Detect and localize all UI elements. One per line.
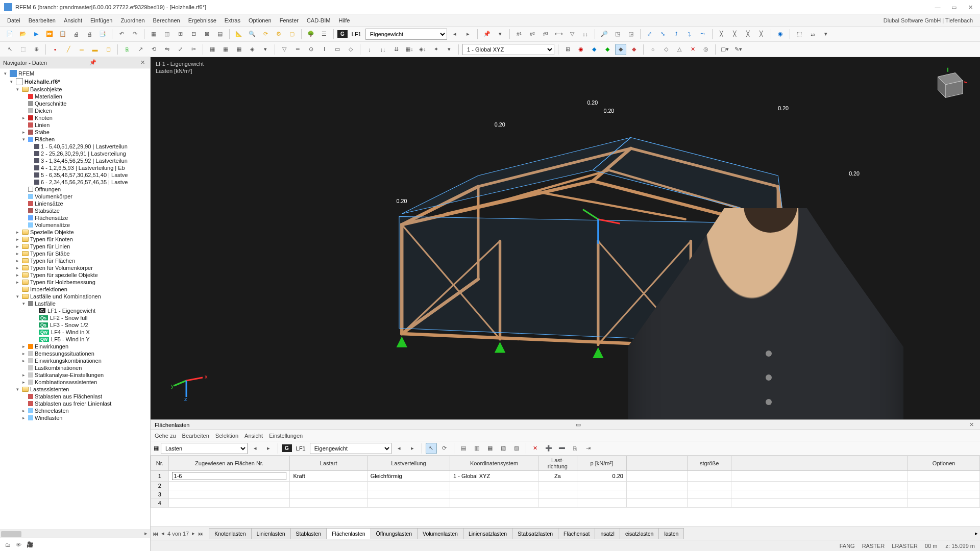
wp-6-icon[interactable]: ◆ [628, 44, 640, 55]
tree-liniensaetze[interactable]: Liniensätze [35, 201, 63, 207]
hinge-icon[interactable]: ⊙ [305, 44, 316, 55]
wp-4-icon[interactable]: ◆ [602, 44, 613, 55]
snap-2-icon[interactable]: ◇ [660, 44, 672, 55]
cell-dir[interactable]: Za [538, 471, 577, 482]
view-3-icon[interactable]: ⊞ [175, 29, 186, 40]
tab-volumenlasten[interactable]: Volumenlasten [417, 528, 463, 539]
maximize-button[interactable]: ▭ [950, 4, 958, 11]
col-size[interactable]: stgröße [687, 456, 731, 471]
tm-settings[interactable]: Einstellungen [269, 433, 303, 439]
tab-linienlasten[interactable]: Linienlasten [251, 528, 291, 539]
mesh-3-icon[interactable]: ╳ [743, 29, 754, 40]
tab-eisatzlasten[interactable]: eisatzlasten [620, 528, 659, 539]
numbering-2-icon[interactable]: #² [527, 29, 538, 40]
tree-imperfektionen[interactable]: Imperfektionen [30, 286, 67, 292]
menu-bearbeiten[interactable]: Bearbeiten [24, 16, 60, 25]
tbl-pick-icon[interactable]: ↖ [426, 443, 437, 454]
load-more-icon[interactable]: ▾ [444, 44, 455, 55]
member-icon[interactable]: ═ [76, 44, 87, 55]
layers-icon[interactable]: ☰ [318, 29, 330, 40]
tabs-scroll-right-icon[interactable]: ▸ [975, 530, 978, 537]
load-s-icon[interactable]: ▦↓ [404, 44, 415, 55]
beam-icon[interactable]: ━ [292, 44, 303, 55]
table-grid[interactable]: Nr. Zugewiesen an Flächen Nr. Lastart La… [151, 456, 980, 527]
tbl-lf-select[interactable]: Eigengewicht [310, 443, 391, 454]
doc-icon[interactable]: 📑 [97, 29, 108, 40]
save-all-icon[interactable]: ⏩ [44, 29, 55, 40]
tree-lf3[interactable]: LF3 - Snow 1/2 [50, 322, 88, 328]
flag-icon[interactable]: ▾ [495, 29, 506, 40]
menu-optionen[interactable]: Optionen [244, 16, 276, 25]
dims-icon[interactable]: ⟷ [553, 29, 565, 40]
menu-datei[interactable]: Datei [3, 16, 24, 25]
cell-input-assigned[interactable] [172, 472, 287, 480]
gear-icon[interactable]: ⚙ [273, 29, 284, 40]
camera-icon[interactable]: ◎ [700, 44, 712, 55]
menu-extras[interactable]: Extras [220, 16, 244, 25]
tree-statik[interactable]: Statikanalyse-Einstellungen [35, 372, 104, 378]
hide-2-icon[interactable]: ⤡ [657, 29, 669, 40]
col-lastvert[interactable]: Lastverteilung [367, 456, 450, 471]
status-lraster[interactable]: LRASTER [892, 543, 918, 549]
numbering-1-icon[interactable]: #¹ [513, 29, 525, 40]
loadcase-select[interactable]: Eigengewicht [365, 29, 447, 40]
hide-1-icon[interactable]: ⤢ [644, 29, 655, 40]
tree-flaeche-5[interactable]: 5 - 6,35,46,57,30,62,51,40 | Lastve [41, 172, 128, 178]
tree-volumensaetze[interactable]: Volumensätze [35, 222, 70, 228]
tree-staebe[interactable]: Stäbe [35, 129, 50, 135]
plate-icon[interactable]: ▭ [332, 44, 343, 55]
cell-lastart[interactable]: Kraft [290, 471, 367, 482]
tm-select[interactable]: Selektion [215, 433, 238, 439]
misc-1-icon[interactable]: ⬚ [794, 29, 805, 40]
tbl-copy-icon[interactable]: ⎘ [570, 443, 581, 454]
tab-flächensat[interactable]: Flächensat [558, 528, 595, 539]
tm-goto[interactable]: Gehe zu [155, 433, 176, 439]
tree-windlasten[interactable]: Windlasten [35, 415, 62, 421]
col-lastart[interactable]: Lastart [290, 456, 367, 471]
cell-p[interactable]: 0.20 [577, 471, 626, 482]
menu-ergebnisse[interactable]: Ergebnisse [184, 16, 220, 25]
tree-schneelasten[interactable]: Schneelasten [35, 408, 69, 414]
tab-knotenlasten[interactable]: Knotenlasten [209, 528, 251, 539]
menu-cadbim[interactable]: CAD-BIM [303, 16, 334, 25]
numbering-3-icon[interactable]: #³ [540, 29, 551, 40]
wp-3-icon[interactable]: ◆ [589, 44, 600, 55]
copy-icon[interactable]: ⎘ [121, 44, 133, 55]
tree-typ-knoten[interactable]: Typen für Knoten [30, 236, 73, 242]
mesh-4-icon[interactable]: ╳ [756, 29, 767, 40]
tbl-next-group-icon[interactable]: ▸ [263, 443, 274, 454]
tab-flächenlasten[interactable]: Flächenlasten [326, 528, 371, 539]
tree-dicken[interactable]: Dicken [35, 108, 52, 114]
move-icon[interactable]: ↗ [135, 44, 146, 55]
render-icon[interactable]: ◉ [775, 29, 786, 40]
view-cube[interactable] [928, 66, 968, 102]
tm-edit[interactable]: Bearbeiten [182, 433, 209, 439]
tree-flaechen[interactable]: Flächen [35, 136, 55, 142]
tbl-prev-lf-icon[interactable]: ◂ [394, 443, 405, 454]
tab-stablasten[interactable]: Stablasten [290, 528, 327, 539]
menu-fenster[interactable]: Fenster [276, 16, 303, 25]
tree-flaechensaetze[interactable]: Flächensätze [35, 215, 68, 221]
menu-berechnen[interactable]: Berechnen [149, 16, 184, 25]
tree-typ-staebe[interactable]: Typen für Stäbe [30, 251, 70, 257]
hide-4-icon[interactable]: ⤵ [684, 29, 695, 40]
view-1-icon[interactable]: ▦ [148, 29, 159, 40]
scale-icon[interactable]: ⤢ [175, 44, 186, 55]
load-v-icon[interactable]: ◈↓ [417, 44, 428, 55]
tbl-next-lf-icon[interactable]: ▸ [407, 443, 418, 454]
sel-add-icon[interactable]: ⊕ [31, 44, 42, 55]
tree-linien[interactable]: Linien [35, 122, 50, 128]
load-l-icon[interactable]: ↓↓ [377, 44, 388, 55]
tree-lf4[interactable]: LF4 - Wind in X [51, 329, 90, 335]
mesh-1-icon[interactable]: ╳ [716, 29, 727, 40]
status-fang[interactable]: FANG [840, 543, 855, 549]
tbl-prev-group-icon[interactable]: ◂ [250, 443, 261, 454]
tree-volumen[interactable]: Volumenkörper [35, 193, 72, 199]
opening-icon[interactable]: ◻ [103, 44, 114, 55]
tbl-export-icon[interactable]: ⇥ [583, 443, 594, 454]
mesh-2-icon[interactable]: ╳ [729, 29, 741, 40]
tree-typ-flaechen[interactable]: Typen für Flächen [30, 258, 75, 264]
printout-icon[interactable]: 🖨 [84, 29, 95, 40]
tab-lasten[interactable]: lasten [658, 528, 684, 539]
col-nr[interactable]: Nr. [151, 456, 169, 471]
